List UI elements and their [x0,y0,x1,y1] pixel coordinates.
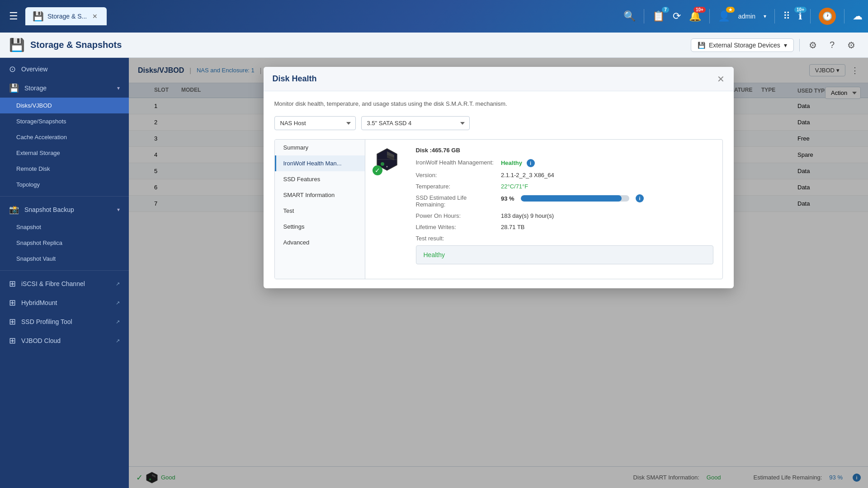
divider3 [774,9,775,23]
power-on-label: Power On Hours: [416,212,494,219]
info-icon[interactable]: ℹ 10+ [798,10,802,22]
sidebar-item-storage-snapshots[interactable]: Storage/Snapshots [0,113,129,129]
sidebar-item-snapshot[interactable]: Snapshot [0,219,129,235]
tab-label: Storage & S... [47,13,87,20]
disk-icon-area: ▲ ✓ [374,147,400,174]
sidebar-item-ssd-profiling[interactable]: ⊞ SSD Profiling Tool ↗ [0,312,129,331]
sidebar-section-overview: ⊙ Overview 💾 Storage ▾ Disks/VJBOD Stora… [0,58,129,194]
snapshot-backup-icon: 📸 [9,205,19,215]
divider5 [844,9,844,23]
detail-grid: IronWolf Health Management: Healthy i Ve… [416,159,713,242]
avatar[interactable]: 🕐 [819,8,836,25]
snapshot-backup-arrow: ▾ [117,206,120,213]
modal-title: Disk Health [273,74,317,84]
sidebar-item-topology[interactable]: Topology [0,177,129,192]
sidebar-item-disks-vjbod[interactable]: Disks/VJBOD [0,98,129,113]
sidebar-item-overview[interactable]: ⊙ Overview [0,60,129,79]
disk-detail-header: ▲ ✓ Disk :465.76 GB IronWolf Health Mana… [374,147,713,264]
storage-icon: 💾 [9,83,19,93]
iscsi-icon: ⊞ [9,279,16,289]
modal-close-button[interactable]: ✕ [717,75,725,84]
sidebar-divider2 [0,270,129,271]
nav-item-settings[interactable]: Settings [275,219,365,235]
hybridmount-ext-icon: ↗ [116,300,120,306]
nav-item-ironwolf[interactable]: IronWolf Health Man... [275,155,365,171]
modal-content-area: Summary IronWolf Health Man... SSD Featu… [274,139,723,279]
sidebar-item-iscsi[interactable]: ⊞ iSCSI & Fibre Channel ↗ [0,274,129,293]
progress-bar-wrap: 93 % i [501,194,713,202]
nav-item-ssd-features[interactable]: SSD Features [275,171,365,187]
svg-point-7 [381,162,384,166]
nav-item-smart-info[interactable]: SMART Information [275,187,365,203]
modal-details: ▲ ✓ Disk :465.76 GB IronWolf Health Mana… [365,140,722,279]
power-on-value: 183 day(s) 9 hour(s) [501,212,713,219]
vjbod-cloud-ext-icon: ↗ [116,338,120,344]
disk-health-badge: ✓ [373,165,382,175]
modal-nav: Summary IronWolf Health Man... SSD Featu… [275,140,365,279]
notifications-badge: 10+ [693,7,706,13]
nav-item-test[interactable]: Test [275,203,365,219]
test-result-label: Test result: [416,235,494,242]
content-area: Disks/VJBOD | NAS and Enclosure: 1 | Dis… [129,58,868,488]
overview-icon: ⊙ [9,64,16,74]
sidebar-item-storage[interactable]: 💾 Storage ▾ [0,79,129,98]
sidebar-item-hybridmount[interactable]: ⊞ HybridMount ↗ [0,293,129,312]
appbar-divider [799,39,800,52]
modal-description: Monitor disk health, temperature, and us… [274,100,723,107]
disk-detail-grid-wrap: Disk :465.76 GB IronWolf Health Manageme… [416,147,713,264]
sidebar: ⊙ Overview 💾 Storage ▾ Disks/VJBOD Stora… [0,58,129,488]
settings-icon[interactable]: ⚙ [805,38,821,52]
health-info-icon[interactable]: i [527,159,535,167]
test-result-value: Healthy [424,251,445,258]
config-icon[interactable]: ⚙ [844,38,859,52]
external-storage-button[interactable]: 💾 External Storage Devices ▾ [691,38,794,52]
topbar: ☰ 💾 Storage & S... ✕ 🔍 📋 7 ⟳ 🔔 10+ 👤 ★ a… [0,0,868,33]
dots-icon[interactable]: ⠿ [783,10,790,22]
disk-selector[interactable]: 3.5" SATA SSD 4 [361,116,470,130]
divider [644,9,644,23]
nav-item-summary[interactable]: Summary [275,140,365,155]
modal-selectors: NAS Host 3.5" SATA SSD 4 [274,116,723,130]
test-result-box: Healthy [416,245,713,264]
user-icon[interactable]: 👤 ★ [718,10,730,22]
ssd-profiling-ext-icon: ↗ [116,319,120,325]
temperature-label: Temperature: [416,183,494,190]
nav-item-advanced[interactable]: Advanced [275,235,365,250]
hamburger-icon[interactable]: ☰ [5,7,22,26]
svg-text:▲: ▲ [386,165,388,168]
modal-overlay: Disk Health ✕ Monitor disk health, tempe… [129,58,868,488]
user-badge: ★ [726,7,735,13]
sidebar-item-external-storage[interactable]: External Storage [0,145,129,161]
notifications-icon[interactable]: 🔔 10+ [689,10,701,22]
disk-size: Disk :465.76 GB [416,147,713,154]
admin-label: admin [738,13,755,20]
version-value: 2.1.1-2_2_3 X86_64 [501,172,713,178]
ext-storage-label: External Storage Devices [709,42,780,49]
appbar: 💾 Storage & Snapshots 💾 External Storage… [0,33,868,58]
sidebar-item-snapshot-vault[interactable]: Snapshot Vault [0,251,129,267]
temperature-value: 22°C/71°F [501,183,713,190]
logs-icon[interactable]: ⟳ [673,10,681,22]
sidebar-item-remote-disk[interactable]: Remote Disk [0,161,129,177]
app-tab[interactable]: 💾 Storage & S... ✕ [25,7,107,25]
sidebar-item-cache-acceleration[interactable]: Cache Acceleration [0,129,129,145]
ssd-profiling-icon: ⊞ [9,317,16,327]
app-title: Storage & Snapshots [30,40,685,50]
cloud-icon[interactable]: ☁ [853,10,863,22]
lifetime-writes-label: Lifetime Writes: [416,224,494,230]
admin-dropdown-icon[interactable]: ▾ [764,13,766,19]
sidebar-item-snapshot-backup[interactable]: 📸 Snapshot Backup ▾ [0,200,129,219]
appbar-actions: 💾 External Storage Devices ▾ ⚙ ? ⚙ [691,38,859,52]
ssd-life-info-icon[interactable]: i [636,194,644,202]
sidebar-item-snapshot-replica[interactable]: Snapshot Replica [0,235,129,251]
tasks-icon[interactable]: 📋 7 [652,10,665,22]
sidebar-divider1 [0,196,129,197]
help-icon[interactable]: ? [826,38,838,52]
sidebar-item-vjbod-cloud[interactable]: ⊞ VJBOD Cloud ↗ [0,331,129,350]
tab-close-icon[interactable]: ✕ [92,13,98,20]
vjbod-cloud-icon: ⊞ [9,336,16,346]
search-icon[interactable]: 🔍 [623,10,636,22]
modal-header: Disk Health ✕ [264,67,734,91]
divider2 [709,9,710,23]
host-selector[interactable]: NAS Host [274,116,356,130]
